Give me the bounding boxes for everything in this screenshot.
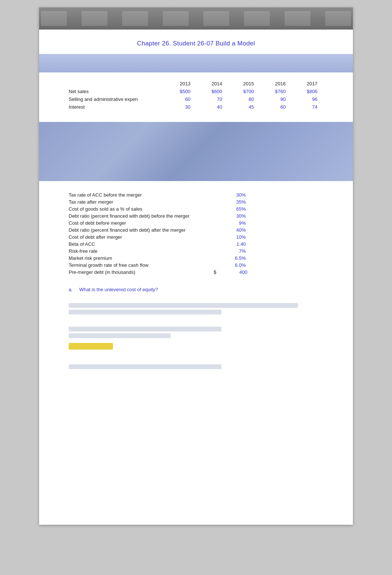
- blur-line-medium-2: [69, 327, 221, 331]
- table-row: Selling and administrative expen 60 70 8…: [69, 95, 323, 103]
- interest-label: Interest: [69, 103, 165, 111]
- fin-val-11: 400: [218, 269, 247, 275]
- col-2014: 2014: [196, 80, 228, 88]
- selling-admin-2016: 90: [260, 95, 292, 103]
- chapter-label: Chapter 26. Student 26-07 Build a Model: [137, 40, 255, 47]
- interest-2017: 74: [292, 103, 323, 111]
- selling-admin-2015: 80: [228, 95, 260, 103]
- data-table: 2013 2014 2015 2016 2017 Net sales $500 …: [69, 80, 323, 111]
- top-bar-col-5: [203, 11, 229, 26]
- fin-val-8: 7%: [216, 248, 246, 254]
- financial-row-11: Pre-merger debt (in thousands) $ 400: [69, 269, 323, 275]
- blur-line-medium-3: [69, 364, 221, 369]
- financial-row-4: Cost of debt before merger 9%: [69, 220, 323, 226]
- financial-row-8: Risk-free rate 7%: [69, 248, 323, 254]
- top-bar-inner: [41, 11, 351, 26]
- fin-val-2: 65%: [216, 206, 246, 212]
- fin-label-1: Tax rate after merger: [69, 199, 209, 205]
- fin-val-1: 35%: [216, 199, 246, 205]
- top-bar-col-2: [82, 11, 107, 26]
- photo-band: [39, 122, 353, 181]
- interest-2015: 45: [228, 103, 260, 111]
- col-2013: 2013: [165, 80, 196, 88]
- top-bar-col-4: [163, 11, 189, 26]
- financial-row-9: Market risk premium 6.5%: [69, 255, 323, 261]
- fin-val-9: 6.5%: [216, 255, 246, 261]
- question-letter: a.: [69, 287, 73, 292]
- table-header-row: 2013 2014 2015 2016 2017: [69, 80, 323, 88]
- net-sales-2016: $760: [260, 88, 292, 95]
- table-row: Net sales $500 $600 $700 $760 $806: [69, 88, 323, 95]
- col-2017: 2017: [292, 80, 323, 88]
- blurred-formula-1: [39, 299, 353, 320]
- interest-2016: 60: [260, 103, 292, 111]
- col-2016: 2016: [260, 80, 292, 88]
- question-section: a. What is the unlevered cost of equity?: [39, 280, 353, 296]
- fin-label-6: Cost of debt after merger: [69, 234, 209, 240]
- financial-row-3: Debt ratio (percent financed with debt) …: [69, 213, 323, 219]
- financial-row-7: Beta of ACC 1.40: [69, 241, 323, 247]
- blurred-formula-2: [39, 323, 353, 358]
- highlight-yellow-box: [69, 343, 113, 350]
- financial-row-5: Debt ratio (percent financed with debt) …: [69, 227, 323, 233]
- financial-row-2: Cost of goods sold as a % of sales 65%: [69, 206, 323, 212]
- data-section: 2013 2014 2015 2016 2017 Net sales $500 …: [39, 72, 353, 118]
- top-bar-col-7: [285, 11, 310, 26]
- blur-line-medium-1: [69, 310, 221, 314]
- top-bar: [39, 7, 353, 30]
- fin-label-10: Terminal growth rate of free cash flow: [69, 262, 209, 268]
- fin-label-4: Cost of debt before merger: [69, 220, 209, 226]
- fin-val-5: 40%: [216, 227, 246, 233]
- interest-2014: 40: [196, 103, 228, 111]
- financial-row-6: Cost of debt after merger 10%: [69, 234, 323, 240]
- table-row: Interest 30 40 45 60 74: [69, 103, 323, 111]
- selling-admin-label: Selling and administrative expen: [69, 95, 165, 103]
- fin-dollar-11: $: [209, 269, 216, 275]
- top-bar-col-1: [41, 11, 67, 26]
- financial-row-0: Tax rate of ACC before the merger 30%: [69, 192, 323, 198]
- net-sales-2015: $700: [228, 88, 260, 95]
- top-bar-col-3: [122, 11, 148, 26]
- top-bar-col-8: [325, 11, 351, 26]
- col-label-header: [69, 80, 165, 88]
- fin-label-5: Debt ratio (percent financed with debt) …: [69, 227, 209, 233]
- net-sales-label: Net sales: [69, 88, 165, 95]
- interest-2013: 30: [165, 103, 196, 111]
- highlight-container: [69, 340, 323, 354]
- financial-row-1: Tax rate after merger 35%: [69, 199, 323, 205]
- net-sales-2013: $500: [165, 88, 196, 95]
- fin-label-7: Beta of ACC: [69, 241, 209, 247]
- fin-val-0: 30%: [216, 192, 246, 198]
- blurred-formula-3: [39, 361, 353, 375]
- top-bar-col-6: [244, 11, 270, 26]
- fin-val-4: 9%: [216, 220, 246, 226]
- financial-row-10: Terminal growth rate of free cash flow 6…: [69, 262, 323, 268]
- fin-val-10: 6.0%: [216, 262, 246, 268]
- fin-label-8: Risk-free rate: [69, 248, 209, 254]
- question-text: What is the unlevered cost of equity?: [79, 287, 158, 292]
- selling-admin-2014: 70: [196, 95, 228, 103]
- fin-label-9: Market risk premium: [69, 255, 209, 261]
- fin-label-2: Cost of goods sold as a % of sales: [69, 206, 209, 212]
- net-sales-2014: $600: [196, 88, 228, 95]
- blue-band: [39, 54, 353, 72]
- col-2015: 2015: [228, 80, 260, 88]
- selling-admin-2017: 96: [292, 95, 323, 103]
- selling-admin-2013: 60: [165, 95, 196, 103]
- fin-val-6: 10%: [216, 234, 246, 240]
- fin-label-3: Debt ratio (percent financed with debt) …: [69, 213, 209, 219]
- fin-val-7: 1.40: [216, 241, 246, 247]
- chapter-heading: Chapter 26. Student 26-07 Build a Model: [39, 30, 353, 54]
- fin-label-11: Pre-merger debt (in thousands): [69, 269, 209, 275]
- financial-section: Tax rate of ACC before the merger 30% Ta…: [39, 185, 353, 280]
- blur-line-full-1: [69, 303, 298, 308]
- fin-label-0: Tax rate of ACC before the merger: [69, 192, 209, 198]
- blur-line-short-1: [69, 333, 171, 338]
- page: Chapter 26. Student 26-07 Build a Model …: [39, 7, 353, 525]
- fin-val-3: 30%: [216, 213, 246, 219]
- net-sales-2017: $806: [292, 88, 323, 95]
